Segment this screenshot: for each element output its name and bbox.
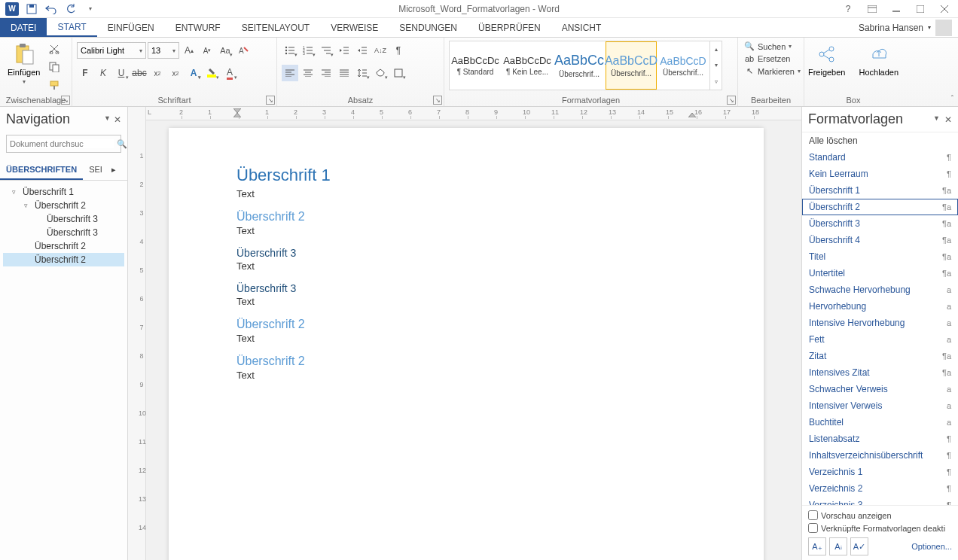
heading-2[interactable]: Überschrift 2 bbox=[236, 318, 696, 331]
body-text[interactable]: Text bbox=[236, 260, 696, 272]
shading-icon[interactable] bbox=[372, 65, 389, 81]
styles-pane-item[interactable]: Intensives Zitat¶a bbox=[802, 364, 958, 381]
clipboard-dialog-launcher[interactable]: ↘ bbox=[61, 96, 70, 105]
decrease-font-icon[interactable]: A▾ bbox=[199, 42, 215, 59]
body-text[interactable]: Text bbox=[236, 333, 696, 344]
collapse-ribbon-icon[interactable]: ˆ bbox=[951, 95, 953, 103]
styles-pane-item[interactable]: Buchtitela bbox=[802, 414, 958, 431]
clear-all-style[interactable]: Alle löschen bbox=[802, 132, 958, 149]
bullets-icon[interactable] bbox=[282, 42, 298, 59]
outline-item[interactable]: Überschrift 3 bbox=[3, 212, 124, 226]
find-button[interactable]: 🔍Suchen ▾ bbox=[743, 41, 802, 52]
word-app-icon[interactable]: W bbox=[3, 1, 21, 17]
redo-icon[interactable] bbox=[62, 1, 80, 17]
increase-indent-icon[interactable] bbox=[354, 42, 371, 59]
styles-dropdown-icon[interactable]: ▼ bbox=[933, 114, 940, 125]
styles-pane-item[interactable]: Überschrift 1¶a bbox=[802, 182, 958, 199]
tab-seitenlayout[interactable]: SEITENLAYOUT bbox=[231, 18, 320, 37]
heading-2[interactable]: Überschrift 2 bbox=[236, 355, 696, 368]
style-gallery-item[interactable]: AaBbCcDÜberschrif... bbox=[657, 41, 709, 90]
align-right-icon[interactable] bbox=[318, 65, 334, 81]
outline-toggle-icon[interactable]: ▿ bbox=[12, 188, 20, 196]
nav-tab-more[interactable]: ▸ bbox=[108, 160, 119, 180]
styles-options-link[interactable]: Optionen... bbox=[911, 542, 952, 551]
styles-pane-item[interactable]: Standard¶ bbox=[802, 149, 958, 166]
styles-pane-item[interactable]: Fetta bbox=[802, 331, 958, 348]
search-icon[interactable]: 🔍 bbox=[117, 139, 127, 149]
tab-verweise[interactable]: VERWEISE bbox=[320, 18, 389, 37]
strikethrough-icon[interactable]: abc bbox=[131, 65, 148, 81]
save-icon[interactable] bbox=[23, 1, 41, 17]
show-marks-icon[interactable]: ¶ bbox=[390, 42, 407, 59]
document-page[interactable]: Überschrift 1TextÜberschrift 2TextÜbersc… bbox=[169, 128, 764, 560]
body-text[interactable]: Text bbox=[236, 370, 696, 381]
font-dialog-launcher[interactable]: ↘ bbox=[266, 96, 275, 105]
help-icon[interactable]: ? bbox=[837, 1, 859, 17]
user-account[interactable]: Sabrina Hansen ▾ bbox=[859, 18, 958, 37]
change-case-icon[interactable]: Aa bbox=[217, 42, 233, 59]
subscript-icon[interactable]: x2 bbox=[149, 65, 166, 81]
replace-button[interactable]: abErsetzen bbox=[743, 53, 802, 64]
highlight-icon[interactable] bbox=[203, 65, 220, 81]
heading-3[interactable]: Überschrift 3 bbox=[236, 282, 696, 294]
style-gallery-item[interactable]: AaBbCcDc¶ Standard bbox=[450, 41, 501, 90]
document-scroll[interactable]: Überschrift 1TextÜberschrift 2TextÜbersc… bbox=[146, 120, 801, 560]
minimize-icon[interactable] bbox=[886, 1, 907, 17]
numbering-icon[interactable]: 123 bbox=[300, 42, 316, 59]
paragraph-dialog-launcher[interactable]: ↘ bbox=[433, 96, 442, 105]
gallery-more[interactable]: ▴▾▿ bbox=[709, 41, 722, 90]
styles-pane-item[interactable]: Inhaltsverzeichnisüberschrift¶ bbox=[802, 447, 958, 464]
nav-search-input[interactable] bbox=[10, 139, 114, 148]
nav-tab-headings[interactable]: ÜBERSCHRIFTEN bbox=[0, 160, 83, 180]
styles-pane-item[interactable]: Verzeichnis 1¶ bbox=[802, 464, 958, 480]
styles-pane-item[interactable]: Untertitel¶a bbox=[802, 265, 958, 282]
heading-3[interactable]: Überschrift 3 bbox=[236, 247, 696, 259]
multilevel-list-icon[interactable] bbox=[318, 42, 334, 59]
gallery-up-icon[interactable]: ▴ bbox=[710, 41, 722, 57]
clear-formatting-icon[interactable]: A bbox=[235, 42, 252, 59]
show-preview-checkbox[interactable]: Vorschau anzeigen bbox=[808, 510, 952, 520]
styles-pane-item[interactable]: Hervorhebunga bbox=[802, 298, 958, 315]
tab-ansicht[interactable]: ANSICHT bbox=[551, 18, 612, 37]
cut-icon[interactable] bbox=[46, 41, 63, 57]
body-text[interactable]: Text bbox=[236, 188, 696, 199]
horizontal-ruler[interactable]: L21123456789101112131415161718 bbox=[146, 107, 801, 120]
vertical-ruler[interactable]: 1234567891011121314 bbox=[128, 107, 146, 560]
undo-icon[interactable] bbox=[42, 1, 60, 17]
tab-einfuegen[interactable]: EINFÜGEN bbox=[97, 18, 165, 37]
styles-pane-item[interactable]: Überschrift 4¶a bbox=[802, 232, 958, 248]
format-painter-icon[interactable] bbox=[46, 77, 63, 93]
body-text[interactable]: Text bbox=[236, 225, 696, 236]
manage-styles-icon[interactable]: A✓ bbox=[850, 537, 868, 555]
close-icon[interactable] bbox=[934, 1, 955, 17]
disable-linked-checkbox[interactable]: Verknüpfte Formatvorlagen deakti bbox=[808, 523, 952, 533]
align-center-icon[interactable] bbox=[300, 65, 316, 81]
outline-item[interactable]: Überschrift 3 bbox=[3, 226, 124, 239]
styles-pane-item[interactable]: Verzeichnis 2¶ bbox=[802, 480, 958, 497]
styles-dialog-launcher[interactable]: ↘ bbox=[727, 96, 736, 105]
styles-pane-item[interactable]: Verzeichnis 3¶ bbox=[802, 497, 958, 506]
qat-customize-icon[interactable]: ▾ bbox=[81, 1, 99, 17]
bold-icon[interactable]: F bbox=[77, 65, 93, 81]
styles-pane-item[interactable]: Überschrift 3¶a bbox=[802, 215, 958, 232]
nav-search-box[interactable]: 🔍 ▾ bbox=[6, 135, 121, 153]
copy-icon[interactable] bbox=[46, 59, 63, 75]
tab-ueberpruefen[interactable]: ÜBERPRÜFEN bbox=[468, 18, 551, 37]
select-button[interactable]: ↖Markieren ▾ bbox=[743, 65, 802, 77]
nav-close-icon[interactable]: ✕ bbox=[114, 114, 121, 125]
font-name-combo[interactable]: Calibri Light▾ bbox=[77, 42, 146, 59]
new-style-icon[interactable]: A₊ bbox=[808, 537, 826, 555]
nav-tab-pages[interactable]: SEI bbox=[83, 160, 108, 180]
styles-close-icon[interactable]: ✕ bbox=[944, 114, 952, 125]
outline-toggle-icon[interactable]: ▿ bbox=[24, 202, 32, 209]
right-indent-marker[interactable] bbox=[688, 108, 696, 117]
tab-sendungen[interactable]: SENDUNGEN bbox=[389, 18, 468, 37]
styles-pane-item[interactable]: Kein Leerraum¶ bbox=[802, 166, 958, 182]
style-inspector-icon[interactable]: Aᵢ bbox=[829, 537, 847, 555]
outline-item[interactable]: Überschrift 2 bbox=[3, 239, 124, 253]
styles-pane-item[interactable]: Schwacher Verweisa bbox=[802, 381, 958, 397]
body-text[interactable]: Text bbox=[236, 296, 696, 307]
styles-pane-item[interactable]: Listenabsatz¶ bbox=[802, 431, 958, 447]
increase-font-icon[interactable]: A▴ bbox=[181, 42, 197, 59]
font-size-combo[interactable]: 13▾ bbox=[148, 42, 179, 59]
